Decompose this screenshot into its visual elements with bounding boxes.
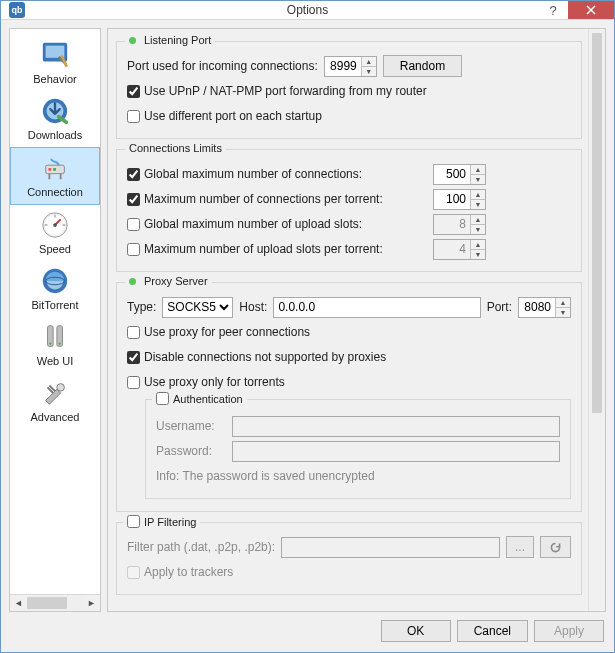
proxy-only-torrents-row[interactable]: Use proxy only for torrents bbox=[127, 375, 285, 389]
proxy-peer-label: Use proxy for peer connections bbox=[144, 325, 310, 339]
spin-up-icon[interactable]: ▲ bbox=[556, 298, 570, 308]
upnp-checkbox-row[interactable]: Use UPnP / NAT-PMP port forwarding from … bbox=[127, 84, 427, 98]
global-max-upload-input bbox=[434, 215, 470, 234]
max-upload-torrent-checkbox[interactable] bbox=[127, 243, 140, 256]
ipfilter-apply-trackers-checkbox bbox=[127, 566, 140, 579]
global-max-conn-row[interactable]: Global maximum number of connections: bbox=[127, 167, 427, 181]
advanced-icon bbox=[39, 377, 71, 409]
spin-up-icon[interactable]: ▲ bbox=[471, 190, 485, 200]
port-spin[interactable]: ▲▼ bbox=[324, 56, 377, 77]
webui-icon bbox=[39, 321, 71, 353]
global-max-upload-label: Global maximum number of upload slots: bbox=[144, 217, 362, 231]
auth-legend: Authentication bbox=[173, 393, 243, 405]
port-input[interactable] bbox=[325, 57, 361, 76]
scroll-left-icon[interactable]: ◄ bbox=[10, 595, 27, 611]
proxy-port-label: Port: bbox=[487, 300, 512, 314]
scroll-track[interactable] bbox=[27, 595, 83, 611]
sidebar-list: Behavior Downloads Connection bbox=[10, 29, 100, 594]
proxy-peer-checkbox[interactable] bbox=[127, 326, 140, 339]
sidebar-item-behavior[interactable]: Behavior bbox=[10, 35, 100, 91]
cancel-button[interactable]: Cancel bbox=[457, 620, 528, 642]
sidebar-item-label: Behavior bbox=[33, 73, 76, 85]
proxy-only-torrents-label: Use proxy only for torrents bbox=[144, 375, 285, 389]
proxy-port-input[interactable] bbox=[519, 298, 555, 317]
ipfilter-checkbox-row[interactable]: IP Filtering bbox=[127, 515, 196, 528]
scroll-thumb[interactable] bbox=[592, 33, 602, 413]
max-conn-torrent-input[interactable] bbox=[434, 190, 470, 209]
ipfilter-checkbox[interactable] bbox=[127, 515, 140, 528]
dialog-button-bar: OK Cancel Apply bbox=[9, 612, 606, 644]
svg-point-21 bbox=[49, 342, 51, 344]
global-max-upload-row[interactable]: Global maximum number of upload slots: bbox=[127, 217, 427, 231]
ipfilter-apply-trackers-label: Apply to trackers bbox=[144, 565, 233, 579]
sidebar-item-label: Speed bbox=[39, 243, 71, 255]
sidebar-item-connection[interactable]: Connection bbox=[10, 147, 100, 205]
sidebar-item-bittorrent[interactable]: BitTorrent bbox=[10, 261, 100, 317]
diffstart-checkbox[interactable] bbox=[127, 110, 140, 123]
sidebar-item-advanced[interactable]: Advanced bbox=[10, 373, 100, 429]
sidebar-item-label: Advanced bbox=[31, 411, 80, 423]
group-legend: IP Filtering bbox=[123, 515, 200, 528]
content-vscrollbar[interactable] bbox=[588, 29, 605, 611]
spin-up-icon: ▲ bbox=[471, 240, 485, 250]
global-max-conn-input[interactable] bbox=[434, 165, 470, 184]
proxy-type-select[interactable]: SOCKS5 bbox=[162, 297, 233, 318]
ipfilter-browse-button: ... bbox=[506, 536, 534, 558]
spin-down-icon[interactable]: ▼ bbox=[362, 67, 376, 76]
global-max-upload-spin: ▲▼ bbox=[433, 214, 486, 235]
sidebar-item-speed[interactable]: Speed bbox=[10, 205, 100, 261]
sidebar-item-label: Web UI bbox=[37, 355, 73, 367]
group-title: Proxy Server bbox=[144, 275, 208, 287]
sidebar-item-downloads[interactable]: Downloads bbox=[10, 91, 100, 147]
global-max-upload-checkbox[interactable] bbox=[127, 218, 140, 231]
global-max-conn-spin[interactable]: ▲▼ bbox=[433, 164, 486, 185]
scroll-thumb[interactable] bbox=[27, 597, 67, 609]
random-port-button[interactable]: Random bbox=[383, 55, 462, 77]
auth-checkbox-row[interactable]: Authentication bbox=[156, 392, 243, 405]
spin-up-icon[interactable]: ▲ bbox=[362, 57, 376, 67]
proxy-peer-row[interactable]: Use proxy for peer connections bbox=[127, 325, 310, 339]
max-conn-torrent-checkbox[interactable] bbox=[127, 193, 140, 206]
group-proxy-server: Proxy Server Type: SOCKS5 Host: Port: bbox=[116, 282, 582, 512]
upnp-checkbox[interactable] bbox=[127, 85, 140, 98]
svg-rect-8 bbox=[53, 168, 56, 171]
ipfilter-path-label: Filter path (.dat, .p2p, .p2b): bbox=[127, 540, 275, 554]
group-connections-limits: Connections Limits Global maximum number… bbox=[116, 149, 582, 272]
group-legend: Connections Limits bbox=[125, 142, 226, 154]
content-panel: Listening Port Port used for incoming co… bbox=[107, 28, 606, 612]
sidebar: Behavior Downloads Connection bbox=[9, 28, 101, 612]
diffstart-label: Use different port on each startup bbox=[144, 109, 322, 123]
modified-indicator-icon bbox=[129, 37, 136, 44]
proxy-host-input[interactable] bbox=[273, 297, 480, 318]
max-conn-torrent-row[interactable]: Maximum number of connections per torren… bbox=[127, 192, 427, 206]
global-max-conn-checkbox[interactable] bbox=[127, 168, 140, 181]
max-upload-torrent-row[interactable]: Maximum number of upload slots per torre… bbox=[127, 242, 427, 256]
spin-down-icon[interactable]: ▼ bbox=[556, 308, 570, 317]
proxy-disable-unsupported-row[interactable]: Disable connections not supported by pro… bbox=[127, 350, 386, 364]
scroll-right-icon[interactable]: ► bbox=[83, 595, 100, 611]
spin-down-icon[interactable]: ▼ bbox=[471, 200, 485, 209]
proxy-port-spin[interactable]: ▲▼ bbox=[518, 297, 571, 318]
spin-up-icon[interactable]: ▲ bbox=[471, 165, 485, 175]
auth-password-input bbox=[232, 441, 560, 462]
diffstart-checkbox-row[interactable]: Use different port on each startup bbox=[127, 109, 322, 123]
max-conn-torrent-spin[interactable]: ▲▼ bbox=[433, 189, 486, 210]
group-ip-filtering: IP Filtering Filter path (.dat, .p2p, .p… bbox=[116, 522, 582, 595]
app-icon: qb bbox=[9, 2, 25, 18]
max-upload-torrent-spin: ▲▼ bbox=[433, 239, 486, 260]
window-controls: ? bbox=[538, 1, 614, 19]
sidebar-item-webui[interactable]: Web UI bbox=[10, 317, 100, 373]
close-button[interactable] bbox=[568, 1, 614, 19]
proxy-disable-unsupported-checkbox[interactable] bbox=[127, 351, 140, 364]
auth-checkbox[interactable] bbox=[156, 392, 169, 405]
spin-down-icon[interactable]: ▼ bbox=[471, 175, 485, 184]
max-upload-torrent-input bbox=[434, 240, 470, 259]
proxy-only-torrents-checkbox[interactable] bbox=[127, 376, 140, 389]
ok-button[interactable]: OK bbox=[381, 620, 451, 642]
close-icon bbox=[586, 5, 596, 15]
group-title: Connections Limits bbox=[129, 142, 222, 154]
sidebar-hscrollbar[interactable]: ◄ ► bbox=[10, 594, 100, 611]
spin-down-icon: ▼ bbox=[471, 250, 485, 259]
help-button[interactable]: ? bbox=[538, 1, 568, 19]
max-upload-torrent-label: Maximum number of upload slots per torre… bbox=[144, 242, 383, 256]
